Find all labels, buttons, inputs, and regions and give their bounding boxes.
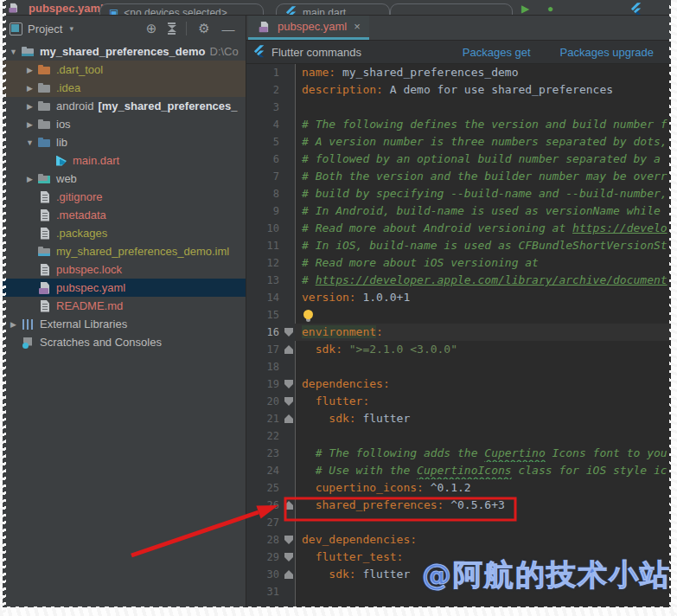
code-line-29[interactable]: 29 flutter_test: (246, 549, 671, 566)
fold-start-icon[interactable] (284, 536, 293, 544)
line-number[interactable]: 15 (246, 306, 284, 324)
tree-item-metadata[interactable]: .metadata (3, 206, 246, 224)
fold-start-icon[interactable] (284, 553, 293, 561)
line-number[interactable]: 3 (246, 99, 284, 116)
fold-end-icon[interactable] (284, 570, 293, 579)
line-number[interactable]: 1 (246, 64, 284, 81)
code-line-28[interactable]: 28dev_dependencies: (246, 531, 671, 549)
tree-item-readme-md[interactable]: README.md (3, 297, 246, 315)
tree-item-ios[interactable]: ▶ios (3, 115, 246, 133)
code-line-18[interactable]: 18 (246, 358, 671, 375)
code-line-19[interactable]: 19dependencies: (246, 375, 671, 393)
line-number[interactable]: 26 (246, 497, 284, 514)
chevron-down-icon[interactable]: ▼ (6, 48, 21, 56)
code-line-24[interactable]: 24 # Use with the CupertinoIcons class f… (246, 462, 671, 479)
packages-get-link[interactable]: Packages get (463, 46, 531, 59)
tree-item-pubspec-yaml[interactable]: pubspec.yaml (3, 279, 246, 297)
tree-item-lib[interactable]: ▼lib (3, 133, 246, 151)
tree-item-web[interactable]: ▶web (3, 170, 246, 188)
device-selector-dropdown[interactable]: ▣ <no devices selected> (99, 3, 264, 16)
code-line-27[interactable]: 27 (246, 514, 671, 531)
line-number[interactable]: 22 (246, 427, 284, 445)
code-line-8[interactable]: 8# build by specifying --build-name and … (246, 185, 671, 202)
code-line-10[interactable]: 10# Read more about Android versioning a… (246, 220, 671, 237)
line-number[interactable]: 7 (246, 168, 284, 185)
panel-title-caret-icon[interactable]: ▾ (69, 24, 73, 33)
intention-bulb-icon[interactable] (303, 310, 313, 319)
code-line-25[interactable]: 25 cupertino_icons: ^0.1.2 (246, 479, 671, 497)
debug-button[interactable]: ● (547, 3, 553, 15)
line-number[interactable]: 5 (246, 133, 284, 151)
line-number[interactable]: 21 (246, 410, 284, 427)
code-line-13[interactable]: 13# https://developer.apple.com/library/… (246, 272, 671, 289)
line-number[interactable]: 10 (246, 220, 284, 237)
tree-item-dart-tool[interactable]: ▶.dart_tool (3, 61, 246, 79)
code-line-3[interactable]: 3 (246, 99, 671, 116)
chevron-right-icon[interactable]: ▶ (6, 320, 21, 329)
fold-start-icon[interactable] (284, 380, 293, 388)
line-number[interactable]: 18 (246, 358, 284, 375)
chevron-right-icon[interactable]: ▶ (22, 175, 37, 183)
line-number[interactable]: 17 (246, 341, 284, 358)
tree-item-scratches-and-consoles[interactable]: Scratches and Consoles (3, 333, 246, 351)
tab-pubspec-yaml[interactable]: pubspec.yaml × (248, 16, 369, 40)
line-number[interactable]: 29 (246, 549, 284, 566)
line-number[interactable]: 19 (246, 375, 284, 393)
code-line-31[interactable]: 31 (246, 583, 671, 600)
fold-end-icon[interactable] (284, 414, 293, 423)
line-number[interactable]: 12 (246, 254, 284, 272)
settings-gear-icon[interactable]: ⚙ (194, 21, 214, 36)
line-number[interactable]: 6 (246, 151, 284, 168)
line-number[interactable]: 8 (246, 185, 284, 202)
line-number[interactable]: 20 (246, 393, 284, 410)
chevron-right-icon[interactable]: ▶ (22, 84, 37, 93)
line-number[interactable]: 16 (246, 324, 284, 341)
chevron-right-icon[interactable]: ▶ (22, 66, 37, 74)
panel-title[interactable]: Project (28, 22, 62, 35)
line-number[interactable]: 24 (246, 462, 284, 479)
tree-item-main-dart[interactable]: main.dart (3, 151, 246, 170)
tree-item-idea[interactable]: ▶.idea (3, 79, 246, 97)
tree-item-gitignore[interactable]: .gitignore (3, 188, 246, 206)
code-line-21[interactable]: 21 sdk: flutter (246, 410, 671, 427)
code-line-12[interactable]: 12# Read more about iOS versioning at (246, 254, 671, 272)
code-line-5[interactable]: 5# A version number is three numbers sep… (246, 133, 671, 151)
locate-file-icon[interactable]: ⊕ (141, 21, 162, 36)
fold-end-icon[interactable] (284, 501, 293, 510)
line-number[interactable]: 23 (246, 445, 284, 462)
line-number[interactable]: 31 (246, 583, 284, 600)
line-number[interactable]: 30 (246, 566, 284, 583)
tree-item-my-shared-preferences-demo[interactable]: ▼my_shared_preferences_demoD:\Co (3, 42, 246, 61)
code-line-11[interactable]: 11# In iOS, build-name is used as CFBund… (246, 237, 671, 254)
tree-item-my-shared-preferences-demo-iml[interactable]: my_shared_preferences_demo.iml (3, 242, 246, 260)
hide-panel-icon[interactable]: — (218, 22, 239, 36)
line-number[interactable]: 14 (246, 289, 284, 306)
run-config-dropdown[interactable]: main.dart (276, 3, 390, 16)
tree-item-packages[interactable]: .packages (3, 224, 246, 242)
run-button[interactable]: ▶ (521, 3, 529, 15)
line-number[interactable]: 25 (246, 479, 284, 497)
chevron-right-icon[interactable]: ▶ (22, 102, 37, 111)
fold-end-icon[interactable] (284, 345, 293, 354)
code-line-17[interactable]: 17 sdk: ">=2.1.0 <3.0.0" (246, 341, 671, 358)
chevron-right-icon[interactable]: ▶ (22, 120, 37, 129)
collapse-all-icon[interactable] (165, 22, 179, 35)
line-number[interactable]: 28 (246, 531, 284, 549)
tree-item-external-libraries[interactable]: ▶External Libraries (3, 315, 246, 333)
code-line-1[interactable]: 1name: my_shared_preferences_demo (246, 64, 671, 81)
code-line-16[interactable]: 16environment: (246, 324, 671, 341)
chevron-down-icon[interactable]: ▼ (22, 138, 37, 147)
line-number[interactable]: 27 (246, 514, 284, 531)
fold-start-icon[interactable] (284, 328, 293, 337)
tree-item-pubspec-lock[interactable]: pubspec.lock (3, 260, 246, 279)
code-line-9[interactable]: 9# In Android, build-name is used as ver… (246, 202, 671, 220)
flutter-toolbar-icon[interactable] (630, 3, 642, 16)
code-editor[interactable]: 1name: my_shared_preferences_demo2descri… (246, 64, 671, 607)
code-line-14[interactable]: 14version: 1.0.0+1 (246, 289, 671, 306)
line-number[interactable]: 2 (246, 81, 284, 99)
code-line-23[interactable]: 23 # The following adds the Cupertino Ic… (246, 445, 671, 462)
line-number[interactable]: 4 (246, 116, 284, 133)
code-line-6[interactable]: 6# followed by an optional build number … (246, 151, 671, 168)
code-line-15[interactable]: 15 (246, 306, 671, 324)
line-number[interactable]: 9 (246, 202, 284, 220)
